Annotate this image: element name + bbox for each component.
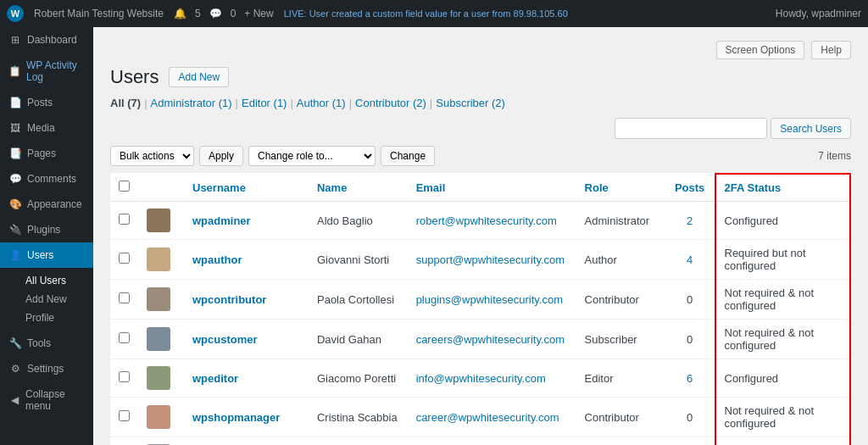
sidebar-item-users[interactable]: 👤 Users <box>0 242 93 268</box>
sidebar-item-media[interactable]: 🖼 Media <box>0 115 93 141</box>
user-posts[interactable]: 4 <box>687 253 693 266</box>
notifications: 🔔 5 💬 0 + New <box>174 8 274 19</box>
filter-tab-administrator[interactable]: Administrator (1) <box>151 97 232 109</box>
user-posts: 0 <box>665 398 715 437</box>
collapse-icon: ◀ <box>8 394 20 406</box>
sidebar-item-dashboard[interactable]: ⊞ Dashboard <box>0 27 93 53</box>
bell-icon[interactable]: 🔔 <box>174 8 186 19</box>
sidebar-item-label: Settings <box>27 363 64 375</box>
user-email[interactable]: support@wpwhitesecurity.com <box>416 253 565 266</box>
screen-options-button[interactable]: Screen Options <box>716 41 805 59</box>
filter-tab-editor[interactable]: Editor (1) <box>242 97 287 109</box>
activity-log-icon: 📋 <box>8 65 21 77</box>
new-post-btn[interactable]: + New <box>244 8 273 19</box>
sidebar-item-plugins[interactable]: 🔌 Plugins <box>0 217 93 242</box>
sidebar-item-appearance[interactable]: 🎨 Appearance <box>0 192 93 217</box>
row-checkbox[interactable] <box>119 410 130 421</box>
user-email[interactable]: plugins@wpwhitesecurity.com <box>416 293 563 306</box>
sidebar-sub-profile[interactable]: Profile <box>17 309 93 327</box>
posts-icon: 📄 <box>8 97 22 108</box>
bulk-actions-select[interactable]: Bulk actions <box>110 146 194 166</box>
top-bar: W Robert Main Testing Website 🔔 5 💬 0 + … <box>0 0 868 27</box>
sidebar-item-label: Users <box>27 249 53 261</box>
user-email[interactable]: career@wpwhitesecurity.com <box>416 411 559 424</box>
apply-button[interactable]: Apply <box>199 146 243 166</box>
sidebar-item-label: Posts <box>27 97 53 108</box>
sidebar-item-pages[interactable]: 📑 Pages <box>0 141 93 166</box>
user-email[interactable]: careers@wpwhitesecurity.com <box>416 333 565 346</box>
sidebar-item-label: WP Activity Log <box>26 59 85 83</box>
user-name: Giacomo Poretti <box>309 359 408 398</box>
user-role: Administrator <box>576 202 665 240</box>
filter-tab-author[interactable]: Author (1) <box>297 97 346 109</box>
filter-tab-all[interactable]: All (7) <box>110 97 141 109</box>
sidebar-item-label: Dashboard <box>27 34 77 46</box>
user-email[interactable]: info@wpwhitesecurity.com <box>416 372 546 385</box>
sidebar-item-settings[interactable]: ⚙ Settings <box>0 356 93 381</box>
user-role: Contributor <box>576 280 665 320</box>
add-new-button[interactable]: Add New <box>169 67 229 87</box>
sidebar-item-label: Media <box>27 122 55 134</box>
username-link[interactable]: wpadminer <box>192 214 251 227</box>
th-posts[interactable]: Posts <box>665 174 715 202</box>
th-name: Name <box>309 174 408 202</box>
sidebar-item-label: Pages <box>27 147 56 159</box>
top-actions-bar: Bulk actions Apply Change role to... Cha… <box>110 146 851 166</box>
th-email[interactable]: Email <box>408 174 576 202</box>
user-role: Contributor <box>576 398 665 437</box>
search-users-input[interactable] <box>615 118 767 139</box>
sidebar-item-collapse[interactable]: ◀ Collapse menu <box>0 381 93 419</box>
search-users-button[interactable]: Search Users <box>771 118 851 139</box>
user-2fa-status: Required but not configured <box>715 240 851 280</box>
username-link[interactable]: wpeditor <box>192 372 238 385</box>
row-checkbox[interactable] <box>119 292 130 303</box>
sidebar-item-tools[interactable]: 🔧 Tools <box>0 331 93 356</box>
avatar <box>138 320 184 359</box>
th-username[interactable]: Username <box>184 174 309 202</box>
sidebar-sub-all-users[interactable]: All Users <box>17 271 93 290</box>
users-table: Username Name Email Role Posts 2FA Statu… <box>110 173 851 445</box>
select-all-checkbox[interactable] <box>119 181 130 192</box>
wp-logo[interactable]: W <box>7 5 24 22</box>
th-2fa-status: 2FA Status <box>715 174 851 202</box>
th-checkbox <box>110 174 138 202</box>
username-link[interactable]: wpcustomer <box>192 333 258 346</box>
user-posts: 0 <box>665 280 715 320</box>
change-role-select[interactable]: Change role to... <box>248 146 376 166</box>
table-row: wpshopmanagerCristina Scabbiacareer@wpwh… <box>110 398 850 437</box>
username-link[interactable]: wpauthor <box>192 253 242 266</box>
comment-icon[interactable]: 💬 <box>209 8 222 19</box>
search-row: Search Users <box>110 118 851 139</box>
row-checkbox[interactable] <box>119 332 130 343</box>
user-posts: 0 <box>665 437 715 446</box>
avatar <box>138 437 184 446</box>
filter-tab-contributor[interactable]: Contributor (2) <box>355 97 426 109</box>
filter-tab-subscriber[interactable]: Subscriber (2) <box>436 97 505 109</box>
username-link[interactable]: wpshopmanager <box>192 411 280 424</box>
sidebar-item-comments[interactable]: 💬 Comments <box>0 166 93 192</box>
username-link[interactable]: wpcontributor <box>192 293 266 306</box>
site-name[interactable]: Robert Main Testing Website <box>34 8 164 19</box>
row-checkbox[interactable] <box>119 253 130 264</box>
table-row: wpcustomerDavid Gahancareers@wpwhitesecu… <box>110 320 850 359</box>
page-title-row: Users Add New <box>110 66 851 88</box>
user-posts[interactable]: 6 <box>687 372 693 385</box>
sidebar-item-posts[interactable]: 📄 Posts <box>0 90 93 115</box>
main-content: Screen Options Help Users Add New All (7… <box>93 27 868 445</box>
user-email[interactable]: robert@wpwhitesecurity.com <box>416 214 557 227</box>
change-role-button[interactable]: Change <box>381 146 435 166</box>
row-checkbox[interactable] <box>119 214 130 225</box>
tools-icon: 🔧 <box>8 337 22 349</box>
help-button[interactable]: Help <box>811 41 851 59</box>
table-row: wpadminerAldo Bagliorobert@wpwhitesecuri… <box>110 202 850 240</box>
table-row: wpsubscriberSabrina Salernosecurity@wpwh… <box>110 437 850 446</box>
sidebar-sub-add-new[interactable]: Add New <box>17 290 93 309</box>
th-avatar <box>138 174 184 202</box>
pages-icon: 📑 <box>8 147 22 159</box>
sidebar-item-label: Tools <box>27 337 51 349</box>
sidebar-item-label: Plugins <box>27 224 60 236</box>
row-checkbox[interactable] <box>119 371 130 382</box>
sidebar-item-wp-activity-log[interactable]: 📋 WP Activity Log <box>0 53 93 90</box>
sidebar-item-label: Collapse menu <box>25 388 85 412</box>
user-posts[interactable]: 2 <box>687 214 693 227</box>
